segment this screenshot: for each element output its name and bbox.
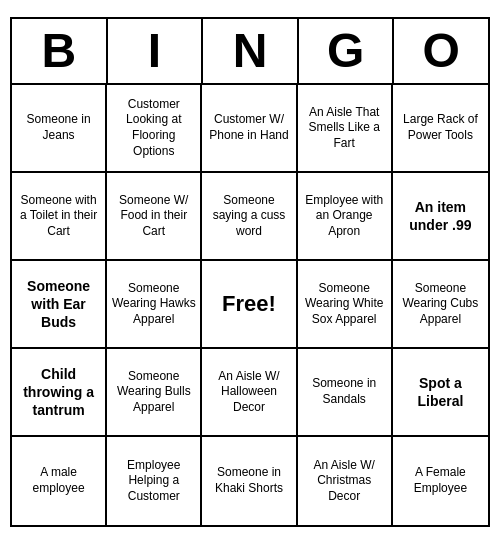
bingo-cell-13[interactable]: Someone Wearing White Sox Apparel bbox=[298, 261, 393, 349]
bingo-cell-12[interactable]: Free! bbox=[202, 261, 297, 349]
bingo-grid: Someone in JeansCustomer Looking at Floo… bbox=[12, 85, 488, 525]
bingo-cell-3[interactable]: An Aisle That Smells Like a Fart bbox=[298, 85, 393, 173]
bingo-cell-21[interactable]: Employee Helping a Customer bbox=[107, 437, 202, 525]
bingo-cell-20[interactable]: A male employee bbox=[12, 437, 107, 525]
bingo-cell-24[interactable]: A Female Employee bbox=[393, 437, 488, 525]
bingo-cell-0[interactable]: Someone in Jeans bbox=[12, 85, 107, 173]
bingo-cell-23[interactable]: An Aisle W/ Christmas Decor bbox=[298, 437, 393, 525]
bingo-cell-19[interactable]: Spot a Liberal bbox=[393, 349, 488, 437]
bingo-cell-17[interactable]: An Aisle W/ Halloween Decor bbox=[202, 349, 297, 437]
header-letter-n: N bbox=[203, 19, 299, 83]
bingo-cell-5[interactable]: Someone with a Toilet in their Cart bbox=[12, 173, 107, 261]
header-letter-b: B bbox=[12, 19, 108, 83]
bingo-cell-11[interactable]: Someone Wearing Hawks Apparel bbox=[107, 261, 202, 349]
bingo-cell-22[interactable]: Someone in Khaki Shorts bbox=[202, 437, 297, 525]
bingo-cell-15[interactable]: Child throwing a tantrum bbox=[12, 349, 107, 437]
bingo-cell-16[interactable]: Someone Wearing Bulls Apparel bbox=[107, 349, 202, 437]
bingo-header: BINGO bbox=[12, 19, 488, 85]
bingo-cell-4[interactable]: Large Rack of Power Tools bbox=[393, 85, 488, 173]
bingo-cell-18[interactable]: Someone in Sandals bbox=[298, 349, 393, 437]
bingo-cell-10[interactable]: Someone with Ear Buds bbox=[12, 261, 107, 349]
bingo-cell-9[interactable]: An item under .99 bbox=[393, 173, 488, 261]
header-letter-o: O bbox=[394, 19, 488, 83]
bingo-cell-14[interactable]: Someone Wearing Cubs Apparel bbox=[393, 261, 488, 349]
bingo-cell-7[interactable]: Someone saying a cuss word bbox=[202, 173, 297, 261]
bingo-cell-6[interactable]: Someone W/ Food in their Cart bbox=[107, 173, 202, 261]
bingo-cell-2[interactable]: Customer W/ Phone in Hand bbox=[202, 85, 297, 173]
bingo-cell-1[interactable]: Customer Looking at Flooring Options bbox=[107, 85, 202, 173]
header-letter-i: I bbox=[108, 19, 204, 83]
bingo-cell-8[interactable]: Employee with an Orange Apron bbox=[298, 173, 393, 261]
bingo-card: BINGO Someone in JeansCustomer Looking a… bbox=[10, 17, 490, 527]
header-letter-g: G bbox=[299, 19, 395, 83]
